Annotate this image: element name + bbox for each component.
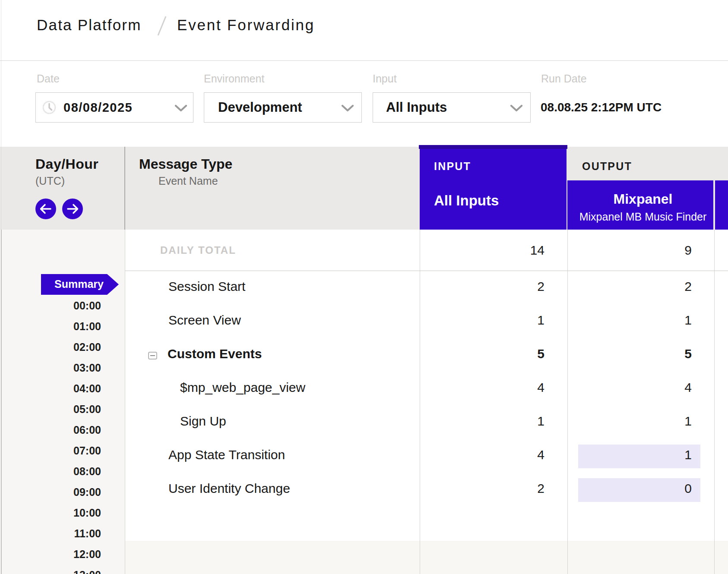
- svg-text:Summary: Summary: [54, 278, 104, 290]
